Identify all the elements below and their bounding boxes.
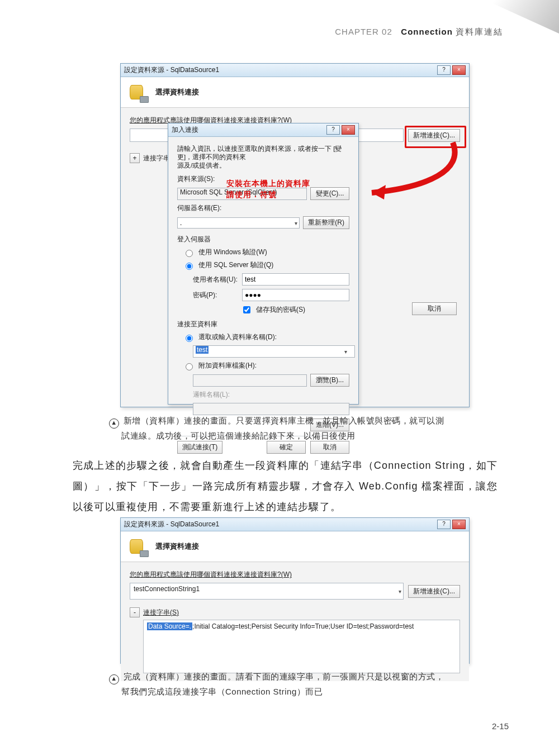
username-input[interactable] — [242, 273, 349, 286]
wizard-title-b: 設定資料來源 - SqlDataSource1 — [124, 520, 219, 529]
add-conn-intro2: 源及/或提供者。 — [177, 161, 349, 170]
windows-auth-radio[interactable] — [186, 250, 193, 257]
select-db-radio[interactable] — [186, 335, 193, 342]
attach-file-input — [193, 374, 307, 387]
wizard-header-text-a: 選擇資料連接 — [155, 87, 199, 97]
conn-string-rest: ;Initial Catalog=test;Persist Security I… — [192, 622, 414, 630]
caption-marker-icon: ▲ — [109, 674, 119, 684]
connect-db-group-label: 連接至資料庫 — [177, 320, 349, 329]
refresh-button[interactable]: 重新整理(R) — [303, 216, 349, 229]
connection-selector-b[interactable]: testConnectionString1 — [130, 583, 404, 600]
collapse-button-b[interactable]: - — [130, 607, 140, 617]
database-name-value: test — [196, 346, 209, 354]
browse-button[interactable]: 瀏覽(B)... — [310, 374, 349, 387]
caption-b-line1: 完成（資料庫）連接的畫面。請看下面的連線字串，前一張圖片只是以視窗的方式， — [124, 672, 444, 681]
password-label: 密碼(P): — [193, 291, 239, 300]
login-group-label: 登入伺服器 — [177, 235, 349, 244]
help-icon[interactable]: ? — [437, 520, 451, 529]
caption-b-line2: 幫我們完成這段連接字串（Connection String）而已 — [121, 684, 323, 699]
expand-button-a[interactable]: + — [130, 153, 140, 163]
wizard-title-a: 設定資料來源 - SqlDataSource1 — [124, 65, 219, 75]
close-icon[interactable]: × — [342, 125, 355, 135]
conn-string-label-b: 連接字串(S) — [143, 608, 179, 616]
annotation-dot-symbol: 請使用 . 符號 — [226, 190, 277, 200]
server-name-input[interactable] — [177, 217, 300, 229]
help-icon[interactable]: ? — [326, 125, 340, 135]
add-conn-intro1: 請輸入資訊，以連接至選取的資料來源，或者按一下 [變更]，選擇不同的資料來 — [177, 145, 349, 161]
body-paragraph: 完成上述的步驟之後，就會自動產生一段資料庫的「連結字串（Connection S… — [73, 455, 498, 517]
page-number: 2-15 — [492, 721, 509, 731]
close-icon[interactable]: × — [452, 520, 466, 529]
logical-name-label: 邏輯名稱(L): — [193, 390, 230, 400]
username-label: 使用者名稱(U): — [193, 275, 239, 284]
attach-db-label: 附加資料庫檔案(H): — [198, 361, 257, 370]
wizard-window-b: 設定資料來源 - SqlDataSource1 ? × 選擇資料連接 您的應用程… — [120, 517, 470, 664]
database-name-select[interactable]: test — [193, 345, 355, 358]
add-conn-titlebar: 加入連接 ? × — [168, 123, 358, 137]
database-icon — [129, 83, 148, 102]
chapter-title: Connection — [401, 27, 453, 36]
change-button[interactable]: 變更(C)... — [310, 187, 349, 200]
sql-auth-label: 使用 SQL Server 驗證(Q) — [198, 260, 273, 270]
server-label: 伺服器名稱(E): — [177, 203, 223, 213]
sql-auth-radio[interactable] — [186, 263, 193, 270]
attach-db-radio[interactable] — [186, 363, 193, 370]
save-password-label: 儲存我的密碼(S) — [256, 305, 305, 315]
help-icon[interactable]: ? — [437, 65, 451, 75]
chapter-zh: 資料庫連結 — [456, 27, 503, 36]
caption-a-line1: 新增（資料庫）連接的畫面。只要選擇資料庫主機，並且輸入帳號與密碼，就可以測 — [124, 416, 444, 425]
save-password-checkbox[interactable] — [243, 306, 250, 313]
add-conn-title: 加入連接 — [172, 125, 198, 135]
wizard-header-text-b: 選擇資料連接 — [155, 541, 199, 551]
wizard-header-b: 選擇資料連接 — [121, 531, 469, 562]
connection-string-box[interactable]: Data Source=.;Initial Catalog=test;Persi… — [143, 620, 460, 673]
wizard-titlebar-a: 設定資料來源 - SqlDataSource1 ? × — [121, 64, 469, 77]
wizard-prompt-b: 您的應用程式應該使用哪個資料連接來連接資料庫?(W) — [130, 570, 460, 579]
caption-marker-icon: ▲ — [109, 419, 119, 429]
wizard-titlebar-b: 設定資料來源 - SqlDataSource1 ? × — [121, 518, 469, 531]
wizard-cancel-button-a[interactable]: 取消 — [412, 302, 457, 315]
conn-string-prefix: Data Source=. — [147, 622, 192, 630]
password-input[interactable] — [242, 289, 349, 301]
caption-b: ▲ 完成（資料庫）連接的畫面。請看下面的連線字串，前一張圖片只是以視窗的方式， … — [109, 669, 500, 699]
annotation-local-db: 安裝在本機上的資料庫 — [226, 179, 310, 189]
wizard-header-a: 選擇資料連接 — [121, 77, 469, 108]
caption-a-line2: 試連線。成功後，可以把這個連接給記錄下來，以備日後使用 — [121, 429, 356, 443]
windows-auth-label: 使用 Windows 驗證(W) — [198, 248, 267, 257]
select-db-label: 選取或輸入資料庫名稱(D): — [198, 332, 277, 342]
chapter-heading: CHAPTER 02 Connection 資料庫連結 — [335, 27, 503, 37]
chapter-prefix: CHAPTER 02 — [335, 27, 392, 36]
database-icon — [129, 537, 148, 556]
caption-a: ▲ 新增（資料庫）連接的畫面。只要選擇資料庫主機，並且輸入帳號與密碼，就可以測 … — [109, 413, 500, 443]
close-icon[interactable]: × — [452, 65, 466, 75]
new-connection-button-b[interactable]: 新增連接(C)... — [408, 585, 460, 598]
add-connection-dialog: 加入連接 ? × 請輸入資訊，以連接至選取的資料來源，或者按一下 [變更]，選擇… — [168, 123, 359, 405]
